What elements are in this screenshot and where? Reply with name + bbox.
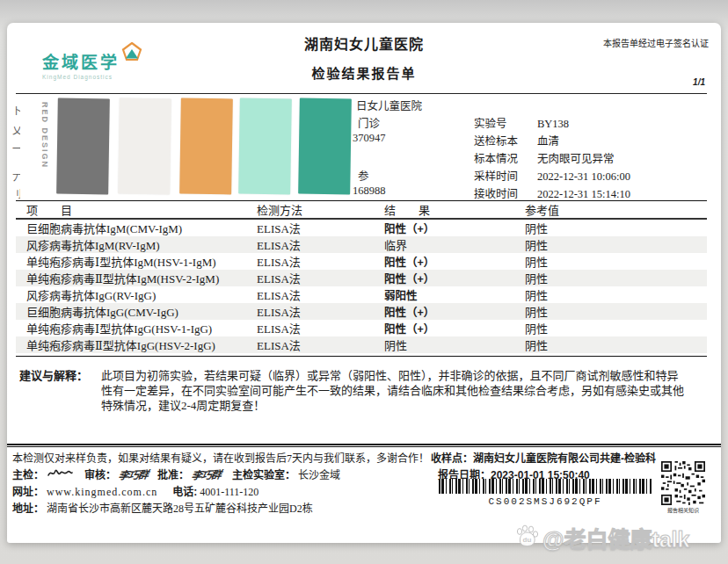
color-swatch bbox=[56, 98, 110, 195]
qr-caption: 报告相关知识 bbox=[661, 506, 705, 514]
patient-info-fragment: 参 bbox=[358, 167, 369, 184]
results-table-body: 巨细胞病毒抗体IgM(CMV-IgM)ELISA法阳性（+）阴性风疹病毒抗体Ig… bbox=[16, 219, 707, 353]
approver-label: 批准： bbox=[157, 469, 189, 481]
patient-info-fragment: 日女儿童医院 bbox=[356, 97, 422, 113]
patient-info-row: 标本情况无肉眼可见异常 bbox=[474, 149, 615, 166]
covered-label-fragment: 丆 bbox=[12, 170, 20, 184]
cell-ref: 阴性 bbox=[525, 320, 707, 336]
barcode bbox=[439, 479, 652, 494]
patient-info-label: 采样时间 bbox=[474, 167, 537, 184]
cell-ref: 阴性 bbox=[525, 303, 707, 320]
cell-ref: 阴性 bbox=[525, 270, 707, 286]
overlay-vertical-text: RED DESIGN bbox=[40, 102, 49, 169]
header-divider bbox=[16, 93, 707, 94]
cell-method: ELISA法 bbox=[257, 303, 384, 320]
website-line: 网址： www.kingmed.com.cn 电话: 4001-111-120 bbox=[12, 483, 258, 499]
cell-item: 风疹病毒抗体IgG(RV-IgG) bbox=[16, 286, 257, 303]
advice-label: 建议与解释： bbox=[19, 366, 88, 383]
cell-item: 单纯疱疹病毒Ⅱ型抗体IgG(HSV-2-IgG) bbox=[16, 336, 257, 353]
cell-item: 单纯疱疹病毒Ⅱ型抗体IgM(HSV-2-IgM) bbox=[16, 270, 257, 286]
page-number: 1/1 bbox=[693, 77, 705, 87]
footer-divider bbox=[7, 444, 721, 447]
signature-line: 主检： 审核： 李巧群 批准： 李巧群 主检实验室： 长沙金域 bbox=[12, 466, 340, 482]
results-table: 项 目 检测方法 结 果 参考值 巨细胞病毒抗体IgM(CMV-IgM)ELIS… bbox=[16, 201, 707, 353]
patient-info-row: 实验号BY138 bbox=[474, 114, 569, 131]
cell-result: 弱阳性 bbox=[384, 286, 525, 303]
cell-method: ELISA法 bbox=[257, 236, 384, 253]
patient-info-fragment: 370947 bbox=[353, 132, 386, 145]
cell-result: 阴性 bbox=[384, 336, 525, 353]
baidu-paw-icon: du bbox=[513, 523, 540, 553]
reviewer-signature: 李巧群 bbox=[118, 466, 149, 482]
report-photo: { "header": { "hospital": "湖南妇女儿童医院", "c… bbox=[0, 0, 728, 564]
table-header-row: 项 目 检测方法 结 果 参考值 bbox=[16, 201, 707, 219]
patient-info-fragment: 168988 bbox=[353, 184, 386, 198]
e-signature-note: 本报告单经过电子签名认证 bbox=[603, 36, 709, 49]
cell-method: ELISA法 bbox=[257, 320, 384, 336]
color-swatch bbox=[298, 98, 352, 195]
patient-info-row: 送检标本血清 bbox=[474, 132, 559, 148]
cell-item: 巨细胞病毒抗体IgG(CMV-IgG) bbox=[16, 303, 257, 320]
lab-value: 长沙金域 bbox=[298, 469, 340, 481]
patient-info-row: 采样时间2022-12-31 10:06:00 bbox=[474, 167, 630, 184]
column-header-result: 结 果 bbox=[384, 201, 525, 219]
cell-item: 单纯疱疹病毒Ⅰ型抗体IgM(HSV-1-IgM) bbox=[16, 253, 257, 270]
collection-point-label: 收样点： bbox=[431, 452, 473, 465]
table-row: 单纯疱疹病毒Ⅱ型抗体IgM(HSV-2-IgM)ELISA法阳性（+）阴性 bbox=[16, 270, 707, 286]
cell-result: 阳性（+） bbox=[384, 270, 525, 286]
cell-ref: 阴性 bbox=[525, 253, 707, 270]
address-line: 地址： 湖南省长沙市高新区麓天路28号五矿麓谷科技产业园D2栋 bbox=[12, 500, 313, 516]
patient-info-label: 送检标本 bbox=[474, 132, 537, 148]
website-value: www.kingmed.com.cn bbox=[47, 486, 157, 498]
cell-result: 阳性（+） bbox=[384, 303, 525, 320]
inspector-label: 主检： bbox=[12, 469, 44, 481]
cell-ref: 阴性 bbox=[525, 219, 707, 236]
cell-result: 阳性（+） bbox=[384, 219, 525, 236]
address-value: 湖南省长沙市高新区麓天路28号五矿麓谷科技产业园D2栋 bbox=[47, 503, 313, 515]
table-row: 单纯疱疹病毒Ⅱ型抗体IgG(HSV-2-IgG)ELISA法阴性阴性 bbox=[16, 336, 707, 353]
cell-method: ELISA法 bbox=[257, 219, 384, 236]
table-bottom-rule bbox=[16, 356, 707, 357]
collection-point: 收样点：湖南妇女儿童医院有限公司共建-检验科 bbox=[431, 450, 656, 465]
kingmed-logo: 金域医学 KingMed Diagnostics bbox=[42, 49, 120, 80]
patient-info-label: 实验号 bbox=[474, 114, 537, 131]
cell-method: ELISA法 bbox=[257, 336, 384, 353]
cell-method: ELISA法 bbox=[257, 253, 384, 270]
kingmed-logo-subtitle: KingMed Diagnostics bbox=[42, 74, 120, 80]
cell-item: 单纯疱疹病毒Ⅰ型抗体IgG(HSV-1-IgG) bbox=[16, 320, 257, 336]
barcode-text: CS002SMSJ692QPF bbox=[439, 496, 652, 507]
inspector-signature bbox=[47, 469, 73, 481]
covered-label-fragment: 卜 bbox=[12, 103, 20, 117]
watermark: du @老白健康talk bbox=[513, 522, 689, 553]
covered-label-fragment: 乂 bbox=[12, 123, 20, 137]
patient-info-value: 2022-12-31 10:06:00 bbox=[537, 170, 630, 184]
cell-result: 临界 bbox=[384, 236, 525, 253]
kingmed-diamond-icon bbox=[121, 42, 142, 65]
cell-ref: 阴性 bbox=[525, 336, 707, 353]
cell-result: 阳性（+） bbox=[384, 253, 525, 270]
table-row: 单纯疱疹病毒Ⅰ型抗体IgM(HSV-1-IgM)ELISA法阳性（+）阴性 bbox=[16, 253, 707, 270]
color-swatch bbox=[179, 98, 233, 195]
covered-label-fragment: 刂 bbox=[12, 186, 20, 200]
table-row: 单纯疱疹病毒Ⅰ型抗体IgG(HSV-1-IgG)ELISA法阳性（+）阴性 bbox=[16, 320, 707, 336]
table-row: 风疹病毒抗体IgG(RV-IgG)ELISA法弱阳性阴性 bbox=[16, 286, 707, 303]
watermark-handle: @老白健康talk bbox=[542, 522, 689, 553]
patient-info-row: 接收时间2022-12-31 15:14:10 bbox=[474, 184, 630, 201]
covered-label-fragment: 一 bbox=[12, 141, 20, 155]
collection-point-value: 湖南妇女儿童医院有限公司共建-检验科 bbox=[473, 452, 656, 465]
patient-info-label: 标本情况 bbox=[474, 149, 537, 166]
patient-info-label: 接收时间 bbox=[474, 184, 537, 201]
qr-code bbox=[661, 461, 705, 505]
color-swatch bbox=[238, 98, 292, 195]
cell-item: 巨细胞病毒抗体IgM(CMV-IgM) bbox=[16, 219, 257, 236]
cell-method: ELISA法 bbox=[257, 286, 384, 303]
column-header-method: 检测方法 bbox=[257, 201, 384, 219]
cell-ref: 阴性 bbox=[525, 236, 707, 253]
patient-info-value: BY138 bbox=[537, 118, 569, 131]
cell-result: 阳性（+） bbox=[384, 320, 525, 336]
kingmed-logo-name: 金域医学 bbox=[42, 49, 120, 73]
cell-ref: 阴性 bbox=[525, 286, 707, 303]
svg-text:du: du bbox=[523, 536, 532, 544]
column-header-ref: 参考值 bbox=[525, 201, 707, 219]
patient-info-value: 无肉眼可见异常 bbox=[537, 149, 615, 166]
